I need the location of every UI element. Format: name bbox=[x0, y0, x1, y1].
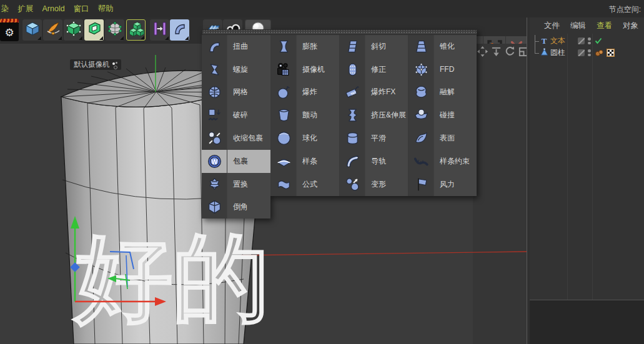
rotate-view-button[interactable] bbox=[503, 45, 516, 58]
zoom-icon bbox=[490, 46, 502, 57]
menu-item-wrap[interactable]: W包裹 bbox=[202, 150, 270, 173]
cube-primitive-button[interactable] bbox=[22, 19, 42, 41]
menu-item-spherify[interactable]: 球化 bbox=[270, 127, 339, 150]
layer-square-icon[interactable] bbox=[578, 37, 585, 44]
menu-item-spline[interactable]: 样条 bbox=[270, 150, 339, 173]
menu-item-jiggle[interactable]: 颤动 bbox=[270, 104, 339, 127]
menu-item-wind[interactable]: 风力 bbox=[408, 173, 477, 196]
film-strip-icon bbox=[0, 19, 19, 22]
menu-item-smoothing[interactable]: 平滑 bbox=[339, 127, 408, 150]
menu-item-spline-constraint[interactable]: 样条约束 bbox=[408, 150, 477, 173]
menu-item-explosion[interactable]: 爆炸 bbox=[270, 81, 339, 104]
bevel-icon bbox=[202, 196, 227, 219]
object-row-cylinder[interactable]: 圆柱 bbox=[530, 47, 644, 59]
deformer-menu-button[interactable] bbox=[170, 19, 189, 41]
deformer-menu-column-4: 锥化FFD融解碰撞表面样条约束风力 bbox=[408, 35, 477, 219]
object-name[interactable]: 文本 bbox=[550, 36, 569, 46]
collision-icon bbox=[409, 104, 434, 127]
menu-item-label: 收缩包裹 bbox=[227, 127, 270, 150]
motion-dynamics-button[interactable] bbox=[150, 19, 169, 41]
menu-item-extensions[interactable]: 扩展 bbox=[18, 4, 34, 14]
menu-item-ffd[interactable]: FFD bbox=[408, 58, 477, 81]
menu-item-bend[interactable]: 扭曲 bbox=[202, 35, 270, 58]
extrude-generator-button[interactable] bbox=[84, 19, 104, 41]
menu-item-collision[interactable]: 碰撞 bbox=[408, 104, 477, 127]
explosion-fx-icon: TNT bbox=[340, 81, 365, 104]
menu-item-formula[interactable]: 公式 bbox=[270, 173, 339, 196]
render-settings-button[interactable]: ⚙ bbox=[0, 19, 19, 41]
menu-item-label: 样条 bbox=[297, 150, 339, 173]
object-row-text[interactable]: T文本 bbox=[530, 35, 644, 47]
om-menu-objects[interactable]: 对象 bbox=[623, 21, 638, 31]
menu-item-render-partial[interactable]: 染 bbox=[1, 4, 9, 14]
om-menu-view[interactable]: 查看 bbox=[597, 21, 612, 31]
menu-item-explosion-fx[interactable]: TNT爆炸FX bbox=[339, 81, 408, 104]
visibility-dots[interactable] bbox=[588, 49, 591, 56]
menu-item-camera[interactable]: 摄像机 bbox=[270, 58, 339, 81]
wrap-icon: W bbox=[202, 150, 227, 173]
layer-square-icon[interactable] bbox=[578, 49, 585, 56]
wind-icon bbox=[409, 173, 434, 196]
menu-item-label: 风力 bbox=[434, 173, 477, 196]
menu-item-label: 置换 bbox=[227, 173, 270, 196]
menu-item-mesh[interactable]: 网格 bbox=[202, 81, 270, 104]
menu-item-surface[interactable]: 表面 bbox=[408, 127, 477, 150]
menu-item-correction[interactable]: 修正 bbox=[339, 58, 408, 81]
menu-item-morph[interactable]: 变形 bbox=[339, 173, 408, 196]
visibility-dots[interactable] bbox=[588, 37, 591, 44]
menu-item-arnold[interactable]: Arnold bbox=[42, 4, 65, 13]
menu-item-label: 扭曲 bbox=[227, 35, 270, 58]
menu-item-label: 导轨 bbox=[365, 150, 408, 173]
subdivision-surface-button[interactable] bbox=[64, 19, 83, 41]
om-menu-edit[interactable]: 编辑 bbox=[570, 21, 586, 31]
menu-item-shear[interactable]: 斜切 bbox=[339, 35, 408, 58]
taper-icon bbox=[409, 35, 434, 58]
camera-dots-icon bbox=[112, 62, 119, 68]
menu-item-label: FFD bbox=[434, 58, 477, 81]
menu-item-label: 膨胀 bbox=[297, 35, 339, 58]
menu-item-spline-rail[interactable]: 导轨 bbox=[339, 150, 408, 173]
volume-modeling-icon bbox=[106, 20, 124, 40]
enabled-check-icon[interactable] bbox=[595, 37, 602, 44]
menu-item-label: 斜切 bbox=[365, 35, 408, 58]
bulge-icon bbox=[271, 35, 297, 58]
menu-item-shrink-wrap[interactable]: 收缩包裹 bbox=[202, 127, 270, 150]
morph-icon bbox=[340, 173, 365, 196]
pen-spline-button[interactable] bbox=[43, 19, 62, 41]
volume-modeling-button[interactable] bbox=[105, 19, 124, 41]
menu-item-displacer[interactable]: 置换 bbox=[202, 173, 270, 196]
pan-icon bbox=[477, 46, 488, 57]
menu-item-shatter[interactable]: 破碎 bbox=[202, 104, 270, 127]
menu-item-label: 球化 bbox=[297, 127, 339, 150]
pan-view-button[interactable] bbox=[476, 45, 488, 58]
menu-item-label: 公式 bbox=[297, 173, 339, 196]
array-clones-button[interactable] bbox=[126, 19, 146, 41]
phong-tag-icon[interactable] bbox=[595, 49, 604, 57]
menu-item-squash-stretch[interactable]: 挤压&伸展 bbox=[339, 104, 408, 127]
smoothing-icon bbox=[340, 127, 365, 150]
menu-item-label: 锥化 bbox=[434, 35, 477, 58]
svg-text:W: W bbox=[211, 159, 217, 165]
menu-item-bevel[interactable]: 倒角 bbox=[202, 196, 270, 219]
om-menu-file[interactable]: 文件 bbox=[544, 21, 560, 31]
text-spline-overlay[interactable]: 好的 bbox=[72, 225, 270, 331]
pen-spline-icon bbox=[44, 20, 62, 40]
texture-tag-icon[interactable] bbox=[607, 49, 615, 57]
deformer-menu-column-3: 斜切修正TNT爆炸FX挤压&伸展平滑导轨变形 bbox=[339, 35, 408, 219]
menu-item-window[interactable]: 窗口 bbox=[74, 4, 89, 14]
camera-label[interactable]: 默认摄像机 bbox=[70, 59, 121, 70]
explosion-icon bbox=[271, 81, 297, 104]
menu-item-help[interactable]: 帮助 bbox=[98, 4, 114, 14]
object-name[interactable]: 圆柱 bbox=[550, 47, 569, 58]
menu-item-melt[interactable]: 融解 bbox=[408, 81, 477, 104]
menu-item-label: 网格 bbox=[227, 81, 270, 104]
twist-icon bbox=[202, 58, 227, 81]
zoom-view-button[interactable] bbox=[490, 45, 502, 58]
menu-item-bulge[interactable]: 膨胀 bbox=[270, 35, 339, 58]
om-column-divider bbox=[592, 34, 593, 300]
menu-item-label: 表面 bbox=[434, 127, 477, 150]
menu-item-taper[interactable]: 锥化 bbox=[408, 35, 477, 58]
menu-tearoff-strip[interactable] bbox=[202, 29, 477, 35]
menu-item-twist[interactable]: 螺旋 bbox=[202, 58, 270, 81]
object-manager-menu: 文件 编辑 查看 对象 标签 bbox=[530, 17, 644, 34]
